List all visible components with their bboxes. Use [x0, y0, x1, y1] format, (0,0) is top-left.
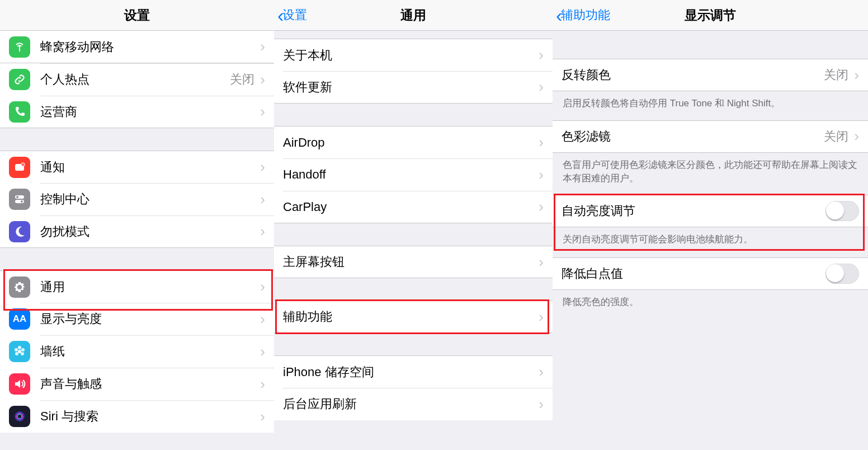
row-about[interactable]: 关于本机 ›	[274, 39, 553, 71]
back-label: 辅助功能	[561, 7, 610, 24]
navbar-settings: 设置	[0, 0, 274, 31]
cell-label: 软件更新	[283, 79, 536, 96]
display-list[interactable]: 反转颜色 关闭 › 启用反转颜色将自动停用 True Tone 和 Night …	[553, 31, 868, 450]
row-color-filters[interactable]: 色彩滤镜 关闭 ›	[553, 120, 868, 153]
switch-auto-brightness[interactable]	[825, 201, 859, 221]
chevron-right-icon: ›	[539, 198, 544, 215]
navbar-general: ‹ 设置 通用	[274, 0, 553, 31]
cell-detail: 关闭	[230, 71, 254, 88]
svg-point-10	[15, 352, 18, 355]
row-storage[interactable]: iPhone 储存空间 ›	[274, 355, 553, 388]
phone-icon	[9, 101, 30, 123]
svg-point-8	[21, 348, 25, 351]
cell-detail: 关闭	[824, 67, 848, 83]
back-label: 设置	[282, 7, 307, 24]
row-siri[interactable]: Siri 与搜索 ›	[0, 400, 274, 433]
cell-label: 勿扰模式	[40, 223, 258, 240]
chevron-right-icon: ›	[260, 408, 265, 425]
row-software-update[interactable]: 软件更新 ›	[274, 71, 553, 104]
row-handoff[interactable]: Handoff ›	[274, 158, 553, 191]
chevron-right-icon: ›	[539, 78, 544, 96]
chevron-right-icon: ›	[539, 254, 544, 271]
chevron-right-icon: ›	[539, 308, 544, 326]
footer-reduce-white: 降低亮色的强度。	[553, 290, 868, 312]
cell-label: 自动亮度调节	[562, 203, 825, 219]
cell-label: 声音与触感	[40, 376, 258, 392]
text-size-icon: AA	[9, 308, 30, 330]
footer-color-filters: 色盲用户可使用色彩滤镜来区分颜色，此功能还可帮助在屏幕上阅读文本有困难的用户。	[553, 153, 868, 189]
toggles-icon	[9, 189, 30, 210]
chevron-right-icon: ›	[854, 67, 859, 84]
cell-label: AirDrop	[283, 135, 536, 150]
row-background-refresh[interactable]: 后台应用刷新 ›	[274, 388, 553, 420]
flower-icon	[9, 341, 30, 362]
chevron-right-icon: ›	[260, 223, 265, 240]
svg-point-5	[21, 200, 23, 203]
chevron-right-icon: ›	[260, 103, 265, 120]
navbar-display: ‹ 辅助功能 显示调节	[553, 0, 868, 31]
row-accessibility[interactable]: 辅助功能 ›	[274, 301, 553, 333]
cell-label: 主屏幕按钮	[283, 254, 536, 270]
cell-label: 控制中心	[40, 191, 258, 208]
row-carplay[interactable]: CarPlay ›	[274, 191, 553, 223]
cell-label: 辅助功能	[283, 308, 536, 325]
cell-label: 运营商	[40, 104, 258, 120]
row-dnd[interactable]: 勿扰模式 ›	[0, 215, 274, 248]
footer-auto-brightness: 关闭自动亮度调节可能会影响电池续航能力。	[553, 227, 868, 250]
nav-title: 通用	[400, 7, 426, 24]
cell-label: 关于本机	[283, 47, 536, 64]
row-general[interactable]: 通用 ›	[0, 270, 274, 303]
cell-label: 反转颜色	[562, 67, 824, 83]
antenna-icon	[9, 36, 30, 58]
footer-invert: 启用反转颜色将自动停用 True Tone 和 Night Shift。	[553, 91, 868, 114]
chevron-right-icon: ›	[260, 376, 265, 393]
svg-point-7	[18, 346, 21, 349]
row-invert-colors[interactable]: 反转颜色 关闭 ›	[553, 59, 868, 91]
row-sound[interactable]: 声音与触感 ›	[0, 368, 274, 400]
chevron-right-icon: ›	[539, 363, 544, 381]
back-button[interactable]: ‹ 辅助功能	[553, 6, 610, 25]
cell-label: 个人热点	[40, 71, 230, 88]
gear-icon	[9, 276, 30, 298]
nav-title: 显示调节	[685, 7, 736, 24]
switch-reduce-white-point[interactable]	[825, 264, 859, 284]
row-reduce-white-point[interactable]: 降低白点值	[553, 257, 868, 290]
row-airdrop[interactable]: AirDrop ›	[274, 126, 553, 158]
row-display[interactable]: AA 显示与亮度 ›	[0, 303, 274, 335]
row-hotspot[interactable]: 个人热点 关闭 ›	[0, 63, 274, 96]
cell-label: Siri 与搜索	[40, 408, 258, 425]
cell-label: 通知	[40, 159, 258, 176]
row-wallpaper[interactable]: 墙纸 ›	[0, 335, 274, 368]
chevron-right-icon: ›	[260, 38, 265, 55]
row-notifications[interactable]: 通知 ›	[0, 151, 274, 183]
chevron-right-icon: ›	[539, 46, 544, 64]
svg-point-4	[16, 196, 18, 198]
row-carrier[interactable]: 运营商 ›	[0, 96, 274, 128]
row-auto-brightness[interactable]: 自动亮度调节	[553, 195, 868, 227]
link-icon	[9, 69, 30, 90]
chevron-right-icon: ›	[260, 191, 265, 208]
chevron-right-icon: ›	[260, 343, 265, 360]
cell-label: 蜂窝移动网络	[40, 39, 258, 55]
chevron-right-icon: ›	[539, 396, 544, 413]
row-control-center[interactable]: 控制中心 ›	[0, 183, 274, 215]
settings-list[interactable]: 蜂窝移动网络 › 个人热点 关闭 › 运营商 ›	[0, 31, 274, 450]
cell-label: 后台应用刷新	[283, 396, 536, 412]
chevron-right-icon: ›	[260, 71, 265, 88]
chevron-right-icon: ›	[854, 128, 859, 145]
moon-icon	[9, 221, 30, 242]
svg-point-11	[15, 348, 18, 351]
chevron-right-icon: ›	[260, 311, 265, 328]
cell-label: CarPlay	[283, 200, 536, 214]
notification-icon	[9, 157, 30, 178]
general-list[interactable]: 关于本机 › 软件更新 › AirDrop › Handoff › CarPla…	[274, 31, 553, 450]
siri-icon	[9, 406, 30, 427]
cell-label: 显示与亮度	[40, 311, 258, 327]
row-cellular[interactable]: 蜂窝移动网络 ›	[0, 31, 274, 63]
cell-label: 墙纸	[40, 343, 258, 360]
row-home-button[interactable]: 主屏幕按钮 ›	[274, 246, 553, 278]
back-button[interactable]: ‹ 设置	[274, 6, 307, 25]
cell-label: iPhone 储存空间	[283, 364, 536, 381]
chevron-right-icon: ›	[260, 278, 265, 296]
svg-point-14	[17, 414, 22, 419]
